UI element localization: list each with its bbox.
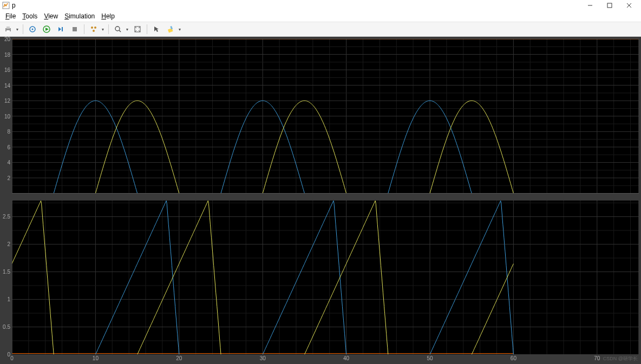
maximize-button[interactable] <box>600 0 619 11</box>
close-button[interactable] <box>619 0 639 11</box>
title-bar: p <box>0 0 641 11</box>
svg-point-17 <box>93 30 95 32</box>
separator <box>108 24 109 34</box>
svg-marker-21 <box>154 27 159 32</box>
svg-point-18 <box>115 27 120 31</box>
highlight-icon[interactable] <box>165 23 176 35</box>
config-icon[interactable] <box>88 23 100 35</box>
y-tick-label: 1 <box>7 296 12 302</box>
autoscale-icon[interactable] <box>132 23 143 35</box>
menu-view[interactable]: View <box>41 12 61 20</box>
svg-point-9 <box>32 29 34 30</box>
separator <box>147 24 147 34</box>
svg-point-15 <box>91 27 93 29</box>
separator <box>23 24 23 34</box>
y-tick-label: 8 <box>7 129 12 135</box>
x-tick-label: 60 <box>511 354 516 361</box>
y-tick-label: 2 <box>7 175 12 181</box>
step-icon[interactable] <box>55 23 67 35</box>
x-tick-label: 30 <box>260 354 266 361</box>
zoom-icon[interactable] <box>112 23 124 35</box>
minimize-button[interactable] <box>580 0 600 11</box>
svg-rect-2 <box>607 3 612 8</box>
y-tick-label: 12 <box>4 98 12 104</box>
y-tick-label: 0.5 <box>3 324 12 330</box>
y-tick-label: 16 <box>4 67 12 73</box>
x-tick-label: 70 <box>594 354 600 361</box>
cursor-icon[interactable] <box>151 23 162 35</box>
dropdown-icon[interactable]: ▼ <box>101 28 105 31</box>
run-icon[interactable] <box>41 23 53 35</box>
svg-marker-12 <box>58 27 61 31</box>
svg-line-19 <box>119 30 121 32</box>
dropdown-icon[interactable]: ▼ <box>125 28 129 31</box>
y-tick-label: 20 <box>4 36 12 42</box>
y-tick-label: 18 <box>4 51 12 57</box>
y-tick-label: 10 <box>4 113 12 119</box>
x-tick-label: 10 <box>93 354 99 361</box>
y-tick-label: 14 <box>4 82 12 88</box>
svg-rect-7 <box>6 30 10 32</box>
target-icon[interactable] <box>27 23 38 35</box>
svg-point-16 <box>94 27 96 29</box>
y-tick-label: 1.5 <box>3 269 12 275</box>
scope-area: CSDN @研学长 246810121416182000.511.522.501… <box>0 37 641 364</box>
svg-rect-6 <box>6 27 10 29</box>
y-tick-label: 2.5 <box>3 214 12 220</box>
menu-tools[interactable]: Tools <box>19 12 41 20</box>
svg-marker-11 <box>45 28 49 31</box>
dropdown-icon[interactable]: ▼ <box>178 28 182 31</box>
dropdown-icon[interactable]: ▼ <box>15 28 19 31</box>
toolbar: ▼ ▼ ▼ ▼ <box>0 22 641 37</box>
plot-2[interactable]: 00.511.522.5010203040506070 <box>12 200 639 355</box>
window-buttons <box>580 0 639 11</box>
window-title: p <box>12 2 16 9</box>
svg-rect-13 <box>62 27 63 31</box>
x-tick-label: 0 <box>10 354 14 361</box>
app-icon <box>2 2 10 9</box>
y-tick-label: 4 <box>7 160 12 166</box>
menu-help[interactable]: Help <box>98 12 118 20</box>
stop-icon[interactable] <box>69 23 81 35</box>
menu-file[interactable]: File <box>2 12 19 20</box>
separator <box>84 24 84 34</box>
svg-rect-14 <box>73 27 77 31</box>
print-icon[interactable] <box>2 23 14 35</box>
y-tick-label: 6 <box>7 144 12 150</box>
x-tick-label: 50 <box>427 354 433 361</box>
watermark: CSDN @研学长 <box>603 355 638 362</box>
plot-1[interactable]: 2468101214161820 <box>12 39 639 194</box>
x-tick-label: 40 <box>343 354 349 361</box>
menu-bar: File Tools View Simulation Help <box>0 11 641 22</box>
y-tick-label: 2 <box>7 241 12 247</box>
menu-simulation[interactable]: Simulation <box>61 12 98 20</box>
x-tick-label: 20 <box>176 354 182 361</box>
